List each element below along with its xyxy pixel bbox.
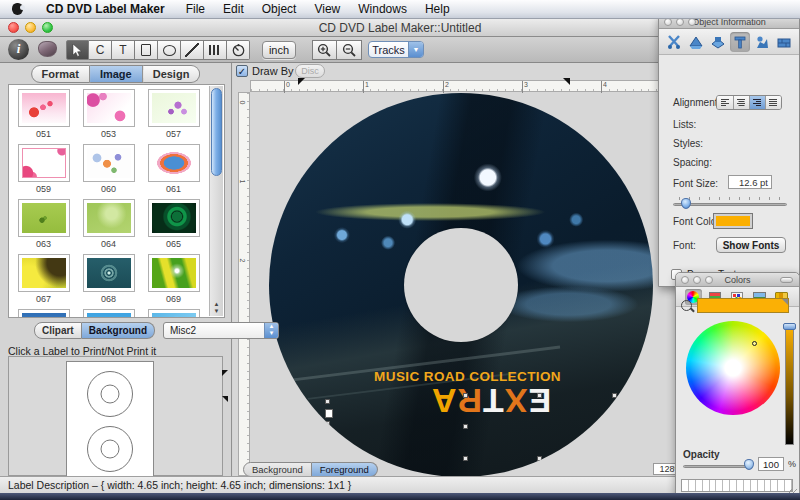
background-button[interactable]: Background [82, 322, 155, 339]
thumbnail-item[interactable]: 063 [14, 199, 74, 254]
thumbnail-item[interactable] [144, 309, 204, 318]
dial-tool-button[interactable] [227, 40, 250, 60]
align-right-button[interactable] [749, 96, 765, 109]
layer-tab-foreground[interactable]: Foreground [312, 462, 378, 476]
thumbnail-item[interactable]: 067 [14, 254, 74, 309]
color-wheel-selector[interactable] [752, 341, 757, 346]
selection-handle[interactable] [612, 456, 617, 461]
panel-minimize-button[interactable] [676, 18, 684, 26]
page-tool-icon[interactable] [708, 32, 728, 52]
thumbnail-image-053[interactable] [83, 89, 135, 127]
panel-close-button[interactable] [681, 276, 689, 284]
tracks-dropdown[interactable]: Tracks ▼ [368, 41, 424, 58]
line-tool-button[interactable] [181, 40, 204, 60]
label-disc-bottom[interactable] [87, 426, 133, 472]
menu-app-name[interactable]: CD DVD Label Maker [37, 0, 177, 18]
toolbar-toggle-button[interactable] [780, 277, 793, 283]
thumbnail-item[interactable]: 065 [144, 199, 204, 254]
disc-button[interactable]: Disc [295, 64, 325, 78]
selection-handle[interactable] [612, 424, 617, 429]
scrollbar-arrows[interactable]: ▲▼ [210, 301, 223, 315]
thumbnail-item[interactable] [79, 309, 139, 318]
apple-menu-icon[interactable] [12, 3, 23, 15]
selection-handle[interactable] [325, 421, 330, 426]
align-left-button[interactable] [717, 96, 733, 109]
scrollbar-thumb[interactable] [211, 88, 222, 176]
panel-close-button[interactable] [664, 18, 672, 26]
cut-tool-icon[interactable] [664, 32, 684, 52]
align-center-button[interactable] [733, 96, 749, 109]
clipart-button[interactable]: Clipart [34, 322, 82, 339]
ruler-marker-right[interactable] [563, 78, 570, 85]
text-format-icon[interactable] [730, 32, 750, 52]
thumbnail-item[interactable]: 059 [14, 144, 74, 199]
object-tool-icon[interactable] [686, 32, 706, 52]
unit-inch-button[interactable]: inch [262, 41, 296, 59]
tab-design[interactable]: Design [143, 65, 201, 83]
menu-edit[interactable]: Edit [214, 0, 253, 18]
color-swatch-strip[interactable] [681, 479, 793, 492]
menu-view[interactable]: View [305, 0, 349, 18]
label-sheet[interactable] [66, 361, 154, 479]
thumbnail-image-068[interactable] [83, 254, 135, 292]
ellipse-tool-button[interactable] [158, 40, 181, 60]
disc-extra-text[interactable]: EXTRA [417, 381, 565, 421]
thumbnail-item[interactable] [14, 309, 74, 318]
thumbnail-image-067[interactable] [18, 254, 70, 292]
collection-select[interactable]: Misc2 ▲▼ [163, 322, 279, 339]
zoom-window-button[interactable] [42, 22, 53, 33]
effects-tool-icon[interactable] [752, 32, 772, 52]
thumbnail-item[interactable]: 051 [14, 89, 74, 144]
layer-tab-background[interactable]: Background [243, 462, 312, 476]
brightness-slider-knob[interactable] [783, 323, 796, 330]
select-tool-button[interactable] [66, 40, 89, 60]
thumbnail-image[interactable] [18, 309, 70, 318]
arc-text-tool-button[interactable]: C [89, 40, 112, 60]
thumbnail-image-057[interactable] [148, 89, 200, 127]
panel-zoom-button[interactable] [688, 18, 696, 26]
slider-knob[interactable] [681, 198, 691, 209]
opacity-slider[interactable] [683, 465, 751, 468]
panel-minimize-button[interactable] [693, 276, 701, 284]
menu-windows[interactable]: Windows [349, 0, 416, 18]
thumbnail-image-060[interactable] [83, 144, 135, 182]
selection-handle[interactable] [537, 456, 542, 461]
draw-by-type-checkbox[interactable]: ✓ [236, 65, 248, 77]
opacity-slider-knob[interactable] [744, 459, 754, 470]
thumbnail-image-061[interactable] [148, 144, 200, 182]
close-button[interactable] [8, 22, 19, 33]
thumbnail-image-065[interactable] [148, 199, 200, 237]
menu-object[interactable]: Object [253, 0, 306, 18]
thumbnail-image-059[interactable] [18, 144, 70, 182]
thumbnail-item[interactable]: 064 [79, 199, 139, 254]
thumbnail-image-051[interactable] [18, 89, 70, 127]
color-wheel[interactable] [686, 321, 780, 415]
selection-handle[interactable] [612, 393, 617, 398]
panel-title-bar[interactable]: Colors [676, 273, 799, 287]
current-color-bar[interactable] [697, 298, 789, 313]
brightness-slider[interactable] [785, 323, 794, 445]
opacity-value-field[interactable]: 100 [758, 457, 784, 471]
zoom-in-button[interactable] [312, 40, 337, 60]
thumbnail-image[interactable] [83, 309, 135, 318]
thumbnail-image[interactable] [148, 309, 200, 318]
align-justify-button[interactable] [765, 96, 781, 109]
thumbnail-image-064[interactable] [83, 199, 135, 237]
selection-handle[interactable] [463, 424, 468, 429]
theme-mask-icon[interactable] [38, 41, 57, 57]
thumbnail-item[interactable]: 060 [79, 144, 139, 199]
selection-handle[interactable] [314, 429, 319, 434]
label-disc-top[interactable] [87, 371, 133, 417]
ruler-marker-left[interactable] [298, 78, 305, 85]
magnifier-icon[interactable] [681, 300, 692, 311]
rectangle-tool-button[interactable] [135, 40, 158, 60]
info-icon[interactable]: i [8, 39, 29, 60]
tab-format[interactable]: Format [31, 65, 90, 83]
thumbnail-item[interactable]: 057 [144, 89, 204, 144]
thumbnail-item[interactable]: 061 [144, 144, 204, 199]
menu-file[interactable]: File [177, 0, 214, 18]
selection-handle[interactable] [463, 456, 468, 461]
wall-tool-icon[interactable] [774, 32, 794, 52]
text-tool-button[interactable]: T [112, 40, 135, 60]
selection-handle[interactable] [325, 399, 330, 404]
